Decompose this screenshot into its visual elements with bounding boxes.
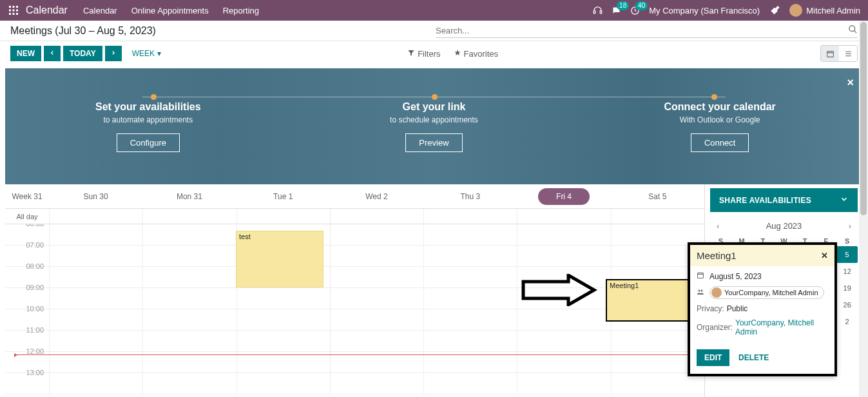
connect-button[interactable]: Connect: [691, 133, 749, 152]
apps-icon[interactable]: [8, 5, 19, 16]
allday-cell[interactable]: [142, 209, 236, 224]
step-title: Connect your calendar: [623, 101, 816, 113]
day-header-sat[interactable]: Sat 5: [611, 184, 704, 208]
time-label: 12:00: [5, 347, 49, 368]
allday-row: All day: [5, 209, 704, 224]
funnel-icon: [407, 49, 415, 59]
calendar-pane: Week 31 Sun 30 Mon 31 Tue 1 Wed 2 Thu 3 …: [5, 184, 705, 397]
day-header-thu[interactable]: Thu 3: [423, 184, 517, 208]
allday-cell[interactable]: [236, 209, 330, 224]
svg-rect-10: [600, 10, 602, 13]
popover-body: August 5, 2023 YourCompany, Mitchell Adm…: [690, 266, 834, 347]
allday-cell[interactable]: [49, 209, 142, 224]
nav-calendar[interactable]: Calendar: [83, 6, 117, 15]
time-grid[interactable]: 06:00 07:00 08:00 09:00 10:00 11:00 12:0…: [5, 224, 704, 397]
allday-label: All day: [5, 209, 49, 224]
svg-point-12: [849, 26, 855, 32]
day-header-wed[interactable]: Wed 2: [330, 184, 423, 208]
day-header-tue[interactable]: Tue 1: [236, 184, 330, 208]
scrollbar-thumb[interactable]: [860, 22, 867, 215]
svg-point-15: [699, 289, 700, 291]
svg-rect-14: [698, 273, 704, 278]
close-banner-icon[interactable]: ×: [847, 76, 854, 90]
nav-online-appointments[interactable]: Online Appointments: [131, 6, 209, 15]
mini-day[interactable]: 26: [836, 296, 858, 313]
svg-rect-13: [827, 51, 833, 57]
search-input[interactable]: [436, 26, 848, 35]
edit-button[interactable]: EDIT: [697, 349, 729, 366]
user-avatar[interactable]: [789, 4, 802, 17]
privacy-label: Privacy:: [697, 304, 724, 313]
prev-button[interactable]: [44, 46, 61, 61]
svg-point-16: [701, 289, 703, 291]
mini-day[interactable]: 5: [836, 246, 858, 263]
topbar: Calendar Calendar Online Appointments Re…: [0, 0, 868, 21]
organizer-link[interactable]: YourCompany, Mitchell Admin: [735, 318, 828, 336]
chat-icon[interactable]: 18: [612, 6, 621, 15]
preview-button[interactable]: Preview: [405, 133, 462, 152]
configure-button[interactable]: Configure: [117, 133, 180, 152]
event-popover: Meeting1 ✕ August 5, 2023 YourCompany, M…: [688, 242, 837, 376]
debug-icon[interactable]: [770, 5, 780, 17]
app-brand: Calendar: [26, 5, 68, 16]
favorites-button[interactable]: Favorites: [454, 49, 498, 59]
filters-button[interactable]: Filters: [407, 49, 440, 59]
next-button[interactable]: [105, 46, 122, 61]
progress-dot: [151, 94, 157, 100]
svg-rect-6: [9, 13, 11, 15]
onboarding-banner: × Set your availabilities to automate ap…: [5, 68, 863, 184]
filters-label: Filters: [418, 49, 440, 59]
list-view-button[interactable]: [839, 46, 857, 61]
scrollbar[interactable]: [859, 21, 868, 397]
day-header-mon[interactable]: Mon 31: [142, 184, 236, 208]
day-headers: Week 31 Sun 30 Mon 31 Tue 1 Wed 2 Thu 3 …: [5, 184, 704, 209]
new-button[interactable]: NEW: [10, 46, 41, 61]
attendee-tag[interactable]: YourCompany, Mitchell Admin: [709, 286, 824, 299]
activity-icon[interactable]: 40: [630, 6, 640, 15]
mini-day[interactable]: 2: [836, 313, 858, 330]
progress-dot: [711, 94, 717, 100]
day-header-fri[interactable]: Fri 4: [517, 184, 610, 208]
svg-rect-0: [9, 6, 11, 8]
attendee-name: YourCompany, Mitchell Admin: [724, 289, 818, 296]
mini-prev-button[interactable]: ‹: [713, 220, 723, 232]
allday-cell[interactable]: [517, 209, 610, 224]
view-switcher: [820, 45, 858, 62]
allday-cell[interactable]: [423, 209, 517, 224]
attendee-avatar: [711, 287, 722, 298]
company-selector[interactable]: My Company (San Francisco): [649, 6, 760, 15]
svg-rect-3: [9, 10, 11, 12]
mini-day[interactable]: 19: [836, 280, 858, 296]
calendar-icon: [697, 271, 706, 281]
event-test[interactable]: test: [236, 231, 323, 287]
event-meeting1[interactable]: Meeting1: [606, 279, 695, 322]
delete-button[interactable]: DELETE: [738, 353, 769, 362]
mini-day[interactable]: 12: [836, 263, 858, 280]
scale-dropdown[interactable]: WEEK ▾: [132, 49, 161, 58]
share-availabilities-button[interactable]: SHARE AVAILABILITIES: [710, 188, 858, 212]
mini-month-label: Aug 2023: [766, 221, 802, 231]
people-icon: [697, 288, 706, 298]
scale-label: WEEK: [132, 49, 155, 58]
svg-rect-9: [593, 10, 595, 13]
now-indicator: [17, 354, 704, 355]
banner-step-connect: Connect your calendar With Outlook or Go…: [623, 101, 816, 152]
voip-icon[interactable]: [593, 6, 603, 15]
svg-rect-4: [13, 10, 15, 12]
mini-next-button[interactable]: ›: [845, 220, 855, 232]
close-popover-icon[interactable]: ✕: [821, 251, 828, 260]
breadcrumb: Meetings (Jul 30 – Aug 5, 2023): [10, 25, 156, 37]
time-label: 08:00: [5, 262, 49, 283]
search-box[interactable]: [436, 23, 858, 38]
search-icon[interactable]: [848, 24, 858, 36]
step-sub: to schedule appointments: [337, 115, 530, 124]
user-name[interactable]: Mitchell Admin: [806, 6, 860, 15]
day-header-sun[interactable]: Sun 30: [49, 184, 142, 208]
allday-cell[interactable]: [330, 209, 423, 224]
today-button[interactable]: TODAY: [63, 46, 102, 61]
svg-rect-1: [13, 6, 15, 8]
nav-reporting[interactable]: Reporting: [223, 6, 259, 15]
allday-cell[interactable]: [611, 209, 704, 224]
step-title: Get your link: [337, 101, 530, 113]
calendar-view-button[interactable]: [821, 46, 839, 61]
